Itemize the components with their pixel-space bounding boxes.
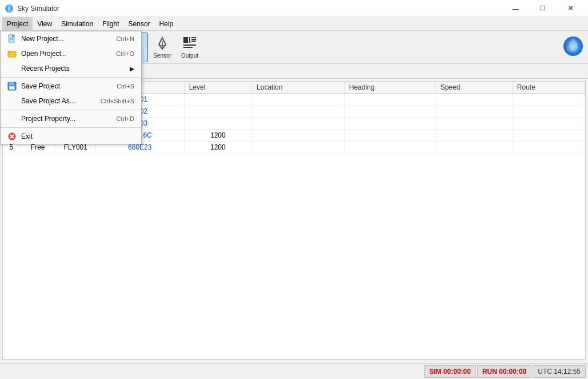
svg-rect-2 xyxy=(12,35,14,37)
sensor-button[interactable]: Sensor xyxy=(149,33,175,62)
row5-route xyxy=(512,142,585,154)
row4-route xyxy=(512,130,585,142)
sensor-icon xyxy=(154,35,170,51)
col-speed: Speed xyxy=(435,82,512,94)
open-project-icon xyxy=(7,49,17,58)
svg-rect-27 xyxy=(191,39,196,40)
title-bar: Sky Simulator — ☐ ✕ xyxy=(0,0,588,17)
row3-speed xyxy=(435,118,512,130)
maximize-button[interactable]: ☐ xyxy=(530,0,556,17)
exit-icon xyxy=(7,132,17,141)
row2-speed xyxy=(435,106,512,118)
row2-heading xyxy=(344,106,435,118)
submenu-arrow: ▶ xyxy=(130,66,134,72)
save-as-icon xyxy=(7,96,17,106)
svg-rect-30 xyxy=(183,47,193,48)
col-level: Level xyxy=(184,82,251,94)
row5-heading xyxy=(344,142,435,154)
menu-flight[interactable]: Flight xyxy=(98,17,123,30)
row3-level xyxy=(184,118,251,130)
row3-location xyxy=(252,118,345,130)
save-project-as-label: Save Project As... xyxy=(21,97,75,105)
minimize-button[interactable]: — xyxy=(502,0,529,17)
row1-route xyxy=(512,94,585,106)
row5-level: 1200 xyxy=(184,142,251,154)
svg-rect-29 xyxy=(183,45,196,46)
open-project-label: Open Project... xyxy=(21,50,67,58)
row4-location xyxy=(252,130,345,142)
separator-1 xyxy=(1,77,141,78)
project-dropdown: New Project... Ctrl+N Open Project... Ct… xyxy=(0,31,142,144)
status-bar: SIM 00:00:00 RUN 00:00:00 UTC 14:12:55 xyxy=(0,363,588,379)
save-project-shortcut: Ctrl+S xyxy=(117,83,134,90)
svg-rect-6 xyxy=(8,51,11,53)
menu-simulation[interactable]: Simulation xyxy=(57,17,98,30)
new-project-label: New Project... xyxy=(21,35,64,43)
svg-rect-8 xyxy=(9,82,14,85)
save-project-item[interactable]: Save Project Ctrl+S xyxy=(1,79,141,94)
new-project-icon xyxy=(7,34,17,43)
project-property-item[interactable]: Project Property... Ctrl+D xyxy=(1,111,141,126)
property-icon xyxy=(7,114,17,123)
menu-sensor[interactable]: Sensor xyxy=(124,17,155,30)
row2-route xyxy=(512,106,585,118)
save-project-as-item[interactable]: Save Project As... Ctrl+Shift+S xyxy=(1,94,141,108)
sky-logo-icon xyxy=(563,36,583,57)
row5-speed xyxy=(435,142,512,154)
output-label: Output xyxy=(181,53,198,59)
recent-icon xyxy=(7,64,17,73)
save-icon xyxy=(7,82,17,91)
row3-route xyxy=(512,118,585,130)
recent-projects-item[interactable]: Recent Projects ▶ xyxy=(1,61,141,76)
row3-heading xyxy=(344,118,435,130)
svg-rect-24 xyxy=(183,37,188,43)
row2-location xyxy=(252,106,345,118)
row2-level xyxy=(184,106,251,118)
col-location: Location xyxy=(252,82,345,94)
project-property-label: Project Property... xyxy=(21,115,75,123)
run-status: RUN 00:00:00 xyxy=(477,365,531,378)
menu-view[interactable]: View xyxy=(33,17,57,30)
app-icon xyxy=(5,4,14,13)
save-project-label: Save Project xyxy=(21,82,60,90)
open-project-shortcut: Ctrl+O xyxy=(116,50,134,57)
row4-heading xyxy=(344,130,435,142)
output-icon xyxy=(182,35,198,51)
row4-level: 1200 xyxy=(184,130,251,142)
exit-label: Exit xyxy=(21,132,33,140)
separator-2 xyxy=(1,110,141,110)
svg-rect-25 xyxy=(189,37,190,43)
sim-status: SIM 00:00:00 xyxy=(424,365,476,378)
new-project-shortcut: Ctrl+N xyxy=(117,35,134,42)
menu-bar: Project View Simulation Flight Sensor He… xyxy=(0,17,588,31)
app-title: Sky Simulator xyxy=(17,5,59,13)
app-logo-area xyxy=(563,36,583,58)
new-project-item[interactable]: New Project... Ctrl+N xyxy=(1,31,141,46)
menu-help[interactable]: Help xyxy=(155,17,178,30)
open-project-item[interactable]: Open Project... Ctrl+O xyxy=(1,46,141,61)
row1-location xyxy=(252,94,345,106)
recent-projects-label: Recent Projects xyxy=(21,64,70,72)
row5-location xyxy=(252,142,345,154)
row1-heading xyxy=(344,94,435,106)
col-heading: Heading xyxy=(344,82,435,94)
exit-item[interactable]: Exit xyxy=(1,129,141,144)
row1-level xyxy=(184,94,251,106)
svg-rect-10 xyxy=(10,87,14,89)
separator-3 xyxy=(1,127,141,128)
row4-speed xyxy=(435,130,512,142)
row1-speed xyxy=(435,94,512,106)
col-route: Route xyxy=(512,82,585,94)
utc-status: UTC 14:12:55 xyxy=(533,365,586,378)
project-property-shortcut: Ctrl+D xyxy=(117,115,134,122)
svg-rect-26 xyxy=(191,37,196,38)
svg-rect-28 xyxy=(191,41,196,42)
save-project-as-shortcut: Ctrl+Shift+S xyxy=(101,98,134,104)
close-button[interactable]: ✕ xyxy=(557,0,583,17)
menu-project[interactable]: Project xyxy=(2,17,33,30)
sensor-label: Sensor xyxy=(153,53,171,59)
output-button[interactable]: Output xyxy=(177,33,203,62)
window-controls: — ☐ ✕ xyxy=(502,0,583,17)
